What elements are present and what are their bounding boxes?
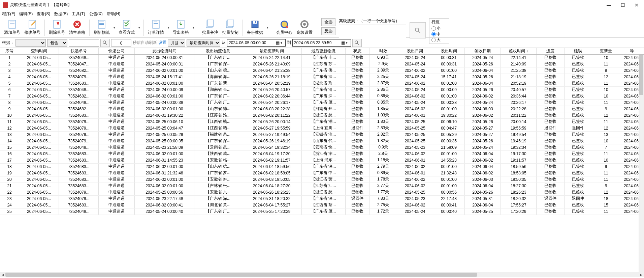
column-header[interactable]: 导 bbox=[620, 48, 644, 54]
date-from-picker[interactable]: 2024-06-05 00:00:00 ▦ ▾ bbox=[227, 39, 286, 47]
export-table-button[interactable]: 导出表格 bbox=[171, 18, 191, 37]
table-row[interactable]: 212024-06-05...73524683...中通速递2024-06-02… bbox=[0, 183, 644, 189]
order-detail-button[interactable]: 订单详情 bbox=[146, 18, 166, 37]
table-row[interactable]: 252024-06-05...73524048...中通速递2024-05-24… bbox=[0, 208, 644, 215]
column-header[interactable]: 延误 bbox=[564, 48, 592, 54]
table-cell: 15 bbox=[592, 202, 620, 208]
export-dropdown[interactable]: ▾ bbox=[191, 26, 196, 29]
view-mode-button[interactable]: 查看方式 bbox=[117, 18, 137, 37]
add-number-button[interactable]: 添加单号 bbox=[2, 18, 22, 37]
table-row[interactable]: 112024-06-05...73524079...中通速递2024-05-25… bbox=[0, 118, 644, 125]
refresh-logistics-button[interactable]: 刷新物流 bbox=[92, 18, 112, 37]
settings-link[interactable]: 设置 bbox=[158, 40, 166, 46]
table-row[interactable]: 32024-06-05...73524682...中通速递2024-06-02 … bbox=[0, 67, 644, 74]
table-row[interactable]: 182024-06-05...73524683...中通速递2024-06-02… bbox=[0, 163, 644, 170]
adv-search-button[interactable] bbox=[410, 22, 426, 38]
column-header[interactable]: 发出日期 bbox=[397, 48, 433, 54]
table-row[interactable]: 142024-06-05...73524079...中通速递2024-05-25… bbox=[0, 138, 644, 144]
table-cell: 2024-06-05... bbox=[19, 170, 59, 176]
viewmode-dropdown[interactable]: ▾ bbox=[137, 26, 141, 29]
table-cell: 2024-06-01 bbox=[397, 170, 433, 176]
column-header[interactable]: 进度 bbox=[536, 48, 564, 54]
menu-view[interactable]: 查看(S) bbox=[37, 11, 50, 17]
table-row[interactable]: 242024-06-05...73524683...中通速递2024-06-02… bbox=[0, 202, 644, 208]
table-row[interactable]: 72024-06-05...73524682...中通速递2024-06-02 … bbox=[0, 93, 644, 99]
menu-data[interactable]: 数据(B) bbox=[54, 11, 68, 17]
table-row[interactable]: 162024-06-05...73524683...中通速递2024-06-02… bbox=[0, 150, 644, 157]
vertical-scrollbar[interactable] bbox=[639, 55, 644, 272]
menu-program[interactable]: 程序(F) bbox=[2, 11, 15, 17]
invert-selection-button[interactable]: 反选 bbox=[321, 27, 335, 35]
advanced-settings-button[interactable]: 高级设置 bbox=[294, 18, 315, 37]
menu-help[interactable]: 帮助(H) bbox=[107, 11, 121, 17]
table-cell: 73524683... bbox=[59, 176, 99, 183]
batch-copy-button[interactable]: 批量复制 bbox=[220, 18, 240, 37]
table-row[interactable]: 152024-06-05...73524048...中通速递2024-05-23… bbox=[0, 144, 644, 150]
delete-number-button[interactable]: 删除单号 bbox=[47, 18, 67, 37]
column-header[interactable]: 快递单号 bbox=[59, 48, 99, 54]
modify-number-button[interactable]: 修改单号 bbox=[22, 18, 42, 37]
column-header[interactable]: 快递公司 bbox=[99, 48, 134, 54]
column-header[interactable]: 最后更新时间 bbox=[242, 48, 301, 54]
filter-search-button[interactable] bbox=[100, 39, 110, 47]
backup-data-button[interactable]: 备份数据 bbox=[245, 18, 265, 37]
menu-edit[interactable]: 编辑(E) bbox=[19, 11, 33, 17]
spacing-large[interactable]: 大 bbox=[431, 37, 447, 43]
table-row[interactable]: 102024-06-05...73524683...中通速递2024-06-01… bbox=[0, 112, 644, 118]
contains-select[interactable]: 包含 bbox=[47, 39, 67, 47]
refresh-dropdown[interactable]: ▾ bbox=[112, 26, 117, 29]
table-row[interactable]: 12024-06-05...73524048...中通速递2024-05-24 … bbox=[0, 54, 644, 61]
column-header[interactable]: 签收日期 bbox=[465, 48, 501, 54]
last-query-select[interactable]: 最后查询时间 bbox=[187, 39, 220, 47]
column-header[interactable]: 更新量 bbox=[592, 48, 620, 54]
table-cell: 已签收 bbox=[345, 176, 369, 183]
column-header[interactable]: 查询时间 bbox=[19, 48, 59, 54]
table-row[interactable]: 92024-06-05...73524682...中通速递2024-06-02 … bbox=[0, 106, 644, 112]
table-row[interactable]: 82024-06-05...73524048...中通速递2024-05-24 … bbox=[0, 99, 644, 106]
minimize-button[interactable]: — bbox=[607, 2, 611, 8]
filter-value-input[interactable] bbox=[69, 39, 99, 47]
table-row[interactable]: 172024-06-05...73524683...中通速递2024-06-01… bbox=[0, 157, 644, 163]
table-cell: 1.83天 bbox=[369, 118, 397, 125]
column-header[interactable]: 发出物流时间 bbox=[134, 48, 194, 54]
backup-dropdown[interactable]: ▾ bbox=[265, 26, 270, 29]
column-header[interactable]: 最后更新物流 bbox=[301, 48, 345, 54]
column-header[interactable]: 发出物流信息 bbox=[194, 48, 242, 54]
menu-notice[interactable]: 公告(X) bbox=[89, 11, 103, 17]
column-header[interactable]: 状态 bbox=[345, 48, 369, 54]
column-header[interactable]: 序号 bbox=[0, 48, 19, 54]
orderdetail-dropdown[interactable]: ▾ bbox=[166, 26, 171, 29]
date-search-button[interactable] bbox=[352, 39, 362, 47]
member-center-button[interactable]: 会员中心 bbox=[274, 18, 294, 37]
clear-table-button[interactable]: 清空表格 bbox=[67, 18, 87, 37]
column-header[interactable]: 时效 bbox=[369, 48, 397, 54]
column-header[interactable]: 签收时间 ↓ bbox=[501, 48, 536, 54]
menu-tools[interactable]: 工具(T) bbox=[72, 11, 85, 17]
close-button[interactable]: ✕ bbox=[635, 2, 639, 8]
spacing-medium[interactable]: 中 bbox=[431, 31, 447, 37]
table-row[interactable]: 202024-06-05...73524683...中通速递2024-06-02… bbox=[0, 176, 644, 183]
table-row[interactable]: 42024-06-05...73524079...中通速递2024-05-24 … bbox=[0, 74, 644, 80]
date-to-picker[interactable]: 2024-06-05 23:59:59 ▦ ▾ bbox=[292, 39, 351, 47]
horizontal-scrollbar[interactable]: ◄► bbox=[0, 272, 644, 277]
and-select[interactable]: 并且 bbox=[168, 39, 185, 47]
table-row[interactable]: 192024-06-05...73524683...中通速递2024-06-01… bbox=[0, 170, 644, 176]
basis-select[interactable] bbox=[15, 39, 46, 47]
table-cell: 2024-05-25 bbox=[465, 208, 501, 215]
table-row[interactable]: 232024-06-05...73524079...中通速递2024-05-23… bbox=[0, 195, 644, 202]
spacing-small[interactable]: 小 bbox=[431, 26, 447, 31]
table-row[interactable]: 222024-06-05...73524079...中通速递2024-05-25… bbox=[0, 189, 644, 195]
table-row[interactable]: 122024-06-05...73524079...中通速递2024-05-25… bbox=[0, 125, 644, 131]
table-cell: 2.87天 bbox=[369, 80, 397, 86]
table-row[interactable]: 22024-06-05...73524047...中通速递2024-05-24 … bbox=[0, 61, 644, 67]
table-cell: 已签收 bbox=[564, 138, 592, 144]
maximize-button[interactable]: ☐ bbox=[621, 2, 625, 8]
table-cell: 11 bbox=[592, 176, 620, 183]
table-row[interactable]: 132024-06-05...73524079...中通速递2024-05-25… bbox=[0, 131, 644, 138]
adv-search-input[interactable] bbox=[339, 25, 406, 38]
select-all-button[interactable]: 全选 bbox=[321, 18, 335, 26]
column-header[interactable]: 发出时间 bbox=[433, 48, 465, 54]
table-row[interactable]: 62024-06-05...73524048...中通速递2024-05-24 … bbox=[0, 86, 644, 93]
batch-note-button[interactable]: 批量备注 bbox=[200, 18, 220, 37]
table-row[interactable]: 52024-06-05...73524683...中通速递2024-06-02 … bbox=[0, 80, 644, 86]
